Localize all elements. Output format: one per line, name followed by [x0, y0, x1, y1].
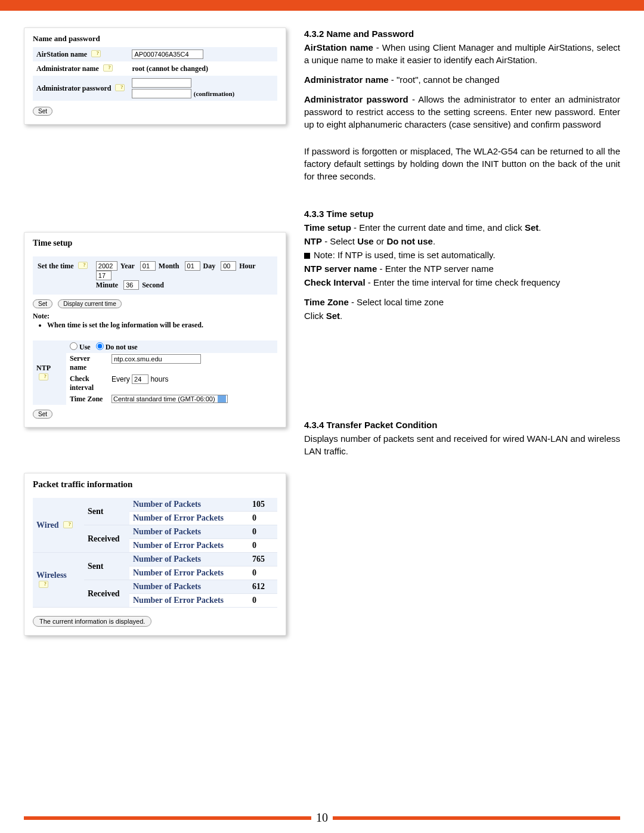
- page-number: 10: [316, 811, 328, 825]
- day-input[interactable]: [185, 261, 200, 271]
- help-icon[interactable]: [78, 262, 88, 269]
- wl-recv-err: 0: [249, 594, 277, 608]
- num-packets-label: Number of Packets: [129, 580, 249, 594]
- square-bullet-icon: [304, 253, 310, 259]
- wired-recv-num: 0: [249, 525, 277, 539]
- panel-time-setup: Time setup Set the time Year Month Day: [24, 232, 286, 428]
- year-input[interactable]: [96, 261, 117, 271]
- dropdown-icon: [218, 395, 226, 402]
- doc-text-column: 4.3.2 Name and Password AirStation name …: [304, 27, 620, 659]
- paragraph: Administrator name - "root", cannot be c…: [304, 73, 620, 86]
- wired-recv-err: 0: [249, 539, 277, 553]
- confirmation-label: (confirmation): [194, 90, 234, 97]
- timezone-select[interactable]: Central standard time (GMT-06:00): [112, 395, 228, 403]
- wireless-label: Wireless: [33, 553, 84, 608]
- received-label: Received: [84, 525, 129, 553]
- num-err-packets-label: Number of Error Packets: [129, 539, 249, 553]
- num-err-packets-label: Number of Error Packets: [129, 512, 249, 525]
- wl-sent-err: 0: [249, 566, 277, 580]
- section-heading: 4.3.2 Name and Password: [304, 27, 620, 40]
- paragraph: Administrator password - Allows the admi…: [304, 93, 620, 131]
- wl-sent-num: 765: [249, 553, 277, 566]
- administrator-password-label: Administrator password: [33, 76, 128, 101]
- administrator-name-value: root (cannot be changed): [132, 64, 208, 73]
- panel-title: Name and password: [33, 34, 277, 44]
- display-current-time-button[interactable]: Display current time: [58, 299, 121, 308]
- paragraph: Displays number of packets sent and rece…: [304, 432, 620, 457]
- panel-title: Packet traffic information: [33, 479, 277, 490]
- num-packets-label: Number of Packets: [129, 553, 249, 566]
- hour-input[interactable]: [221, 261, 236, 271]
- received-label: Received: [84, 580, 129, 608]
- sent-label: Sent: [84, 498, 129, 525]
- wired-label: Wired: [33, 498, 84, 553]
- check-interval-label: Check interval: [66, 373, 108, 394]
- page-container: Name and password AirStation name A: [0, 0, 644, 833]
- footer-bar-left: [24, 816, 311, 820]
- footer-bar-right: [333, 816, 620, 820]
- section-heading: 4.3.3 Time setup: [304, 208, 620, 220]
- paragraph: Click Set.: [304, 309, 620, 322]
- help-icon[interactable]: [39, 581, 48, 588]
- help-icon[interactable]: [103, 64, 113, 72]
- paragraph: NTP - Select Use or Do not use.: [304, 235, 620, 247]
- sent-label: Sent: [84, 553, 129, 580]
- note-label: Note:: [33, 312, 277, 321]
- num-err-packets-label: Number of Error Packets: [129, 566, 249, 580]
- current-info-button[interactable]: The current information is displayed.: [33, 616, 151, 627]
- ntp-server-input[interactable]: [112, 354, 201, 364]
- administrator-name-label: Administrator name: [33, 61, 128, 76]
- minute-input[interactable]: [96, 271, 112, 280]
- ntp-donotuse-radio[interactable]: Do not use: [96, 343, 138, 351]
- num-err-packets-label: Number of Error Packets: [129, 594, 249, 608]
- paragraph: Check Interval - Enter the time interval…: [304, 276, 620, 289]
- timezone-label: Time Zone: [66, 394, 108, 405]
- month-input[interactable]: [140, 261, 156, 271]
- set-the-time-label: Set the time: [38, 261, 96, 290]
- wl-recv-num: 612: [249, 580, 277, 594]
- set-button[interactable]: Set: [33, 410, 52, 419]
- panel-title: Time setup: [33, 239, 277, 248]
- note-line: Note: If NTP is used, time is set automa…: [304, 249, 620, 261]
- wired-sent-err: 0: [249, 512, 277, 525]
- airstation-name-input[interactable]: [132, 49, 203, 59]
- section-heading: 4.3.4 Transfer Packet Condition: [304, 419, 620, 431]
- num-packets-label: Number of Packets: [129, 498, 249, 512]
- help-icon[interactable]: [91, 50, 101, 57]
- ntp-label: NTP: [33, 340, 66, 405]
- help-icon[interactable]: [63, 521, 73, 528]
- help-icon[interactable]: [39, 373, 48, 380]
- panel-name-password: Name and password AirStation name A: [24, 27, 286, 125]
- second-input[interactable]: [123, 280, 139, 290]
- num-packets-label: Number of Packets: [129, 525, 249, 539]
- paragraph: If password is forgotten or misplaced, T…: [304, 145, 620, 182]
- set-button[interactable]: Set: [33, 107, 52, 116]
- page-footer: 10: [0, 811, 644, 825]
- paragraph: Time setup - Enter the current date and …: [304, 221, 620, 234]
- administrator-password-confirm-input[interactable]: [132, 89, 191, 98]
- ntp-use-radio[interactable]: Use: [70, 343, 91, 351]
- panel-packet-traffic: Packet traffic information Wired Sent Nu…: [24, 473, 286, 636]
- paragraph: Time Zone - Select local time zone: [304, 296, 620, 308]
- paragraph: NTP server name - Enter the NTP server n…: [304, 262, 620, 275]
- note-item: When time is set the log information wil…: [47, 321, 277, 330]
- paragraph: AirStation name - When using Client Mana…: [304, 41, 620, 66]
- set-button[interactable]: Set: [33, 299, 52, 308]
- airstation-name-label: AirStation name: [33, 47, 128, 61]
- administrator-password-input[interactable]: [132, 78, 191, 88]
- check-interval-input[interactable]: [132, 374, 148, 384]
- wired-sent-num: 105: [249, 498, 277, 512]
- server-name-label: Server name: [66, 353, 108, 373]
- help-icon[interactable]: [115, 84, 125, 91]
